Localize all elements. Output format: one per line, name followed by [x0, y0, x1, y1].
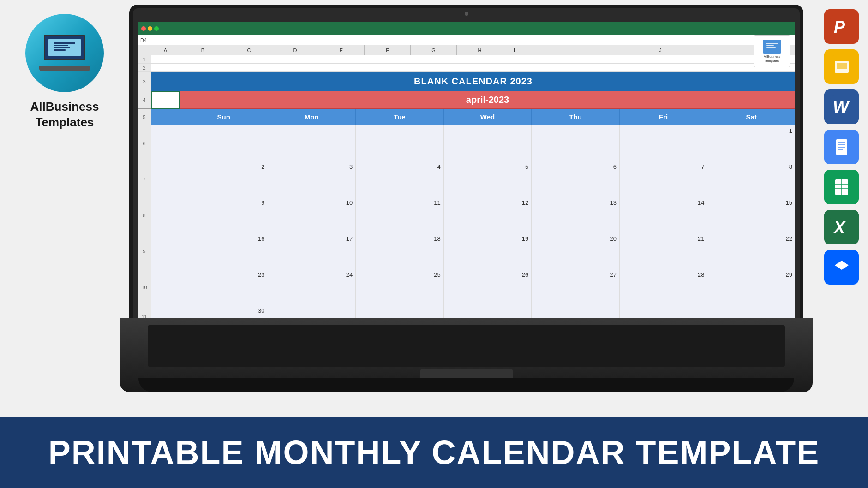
app-icons-panel: P W: [824, 9, 859, 285]
excel-app: D4 AllBusiness Tem: [138, 22, 795, 333]
excel-header-bar: [138, 22, 795, 35]
month-title-text: april-2023: [466, 95, 509, 105]
week5-sat[interactable]: 29: [707, 269, 795, 305]
brand-name-line2: Templates: [36, 115, 94, 129]
svg-text:W: W: [833, 98, 850, 117]
day-header-mon: Mon: [268, 109, 356, 125]
week-row-5: 10 23 24 25 26 27 28 29: [138, 269, 795, 305]
brand-name-line1: AllBusiness: [30, 100, 99, 113]
day-wed-label: Wed: [480, 113, 495, 121]
week4-sat[interactable]: 22: [707, 233, 795, 269]
week4-sun[interactable]: 16: [180, 233, 268, 269]
day-thu-label: Thu: [569, 113, 582, 121]
week2-fri[interactable]: 7: [620, 161, 708, 197]
svg-rect-1: [54, 45, 68, 46]
week4-tue[interactable]: 18: [356, 233, 444, 269]
row1: 1: [138, 55, 795, 64]
week4-wed[interactable]: 19: [444, 233, 532, 269]
col-header-c: C: [226, 45, 272, 55]
col-header-d: D: [272, 45, 318, 55]
week4-extra: [151, 233, 180, 269]
week2-mon[interactable]: 3: [268, 161, 356, 197]
window-close-dot[interactable]: [141, 26, 146, 31]
day-sat-label: Sat: [746, 113, 757, 121]
week-row-1: 6 1: [138, 125, 795, 161]
row8-num: 8: [138, 197, 151, 233]
week1-thu[interactable]: [532, 125, 620, 161]
week3-thu[interactable]: 13: [532, 197, 620, 233]
docs-icon[interactable]: [824, 130, 859, 164]
week-row-3: 8 9 10 11 12 13 14 15: [138, 197, 795, 233]
day-header-tue: Tue: [356, 109, 444, 125]
week5-fri[interactable]: 28: [620, 269, 708, 305]
col-header-b: B: [180, 45, 226, 55]
week1-extra: [151, 125, 180, 161]
spreadsheet-screen: D4 AllBusiness Tem: [138, 22, 795, 333]
week3-tue[interactable]: 11: [356, 197, 444, 233]
week1-fri[interactable]: [620, 125, 708, 161]
abt-logo-icon: [763, 40, 781, 54]
svg-text:P: P: [834, 18, 845, 36]
row1-content: [151, 55, 795, 64]
week2-sat[interactable]: 8: [707, 161, 795, 197]
week5-wed[interactable]: 26: [444, 269, 532, 305]
week5-sun[interactable]: 23: [180, 269, 268, 305]
laptop-logo-icon: [39, 35, 90, 71]
camera-dot: [465, 12, 468, 16]
week1-tue[interactable]: [356, 125, 444, 161]
brand-name: AllBusiness Templates: [30, 99, 99, 131]
day-fri-label: Fri: [659, 113, 668, 121]
calendar-title-text: BLANK CALENDAR 2023: [414, 76, 533, 87]
row7-num: 7: [138, 161, 151, 197]
week2-wed[interactable]: 5: [444, 161, 532, 197]
col-header-f: F: [365, 45, 411, 55]
week5-thu[interactable]: 27: [532, 269, 620, 305]
name-box[interactable]: D4: [140, 37, 168, 43]
slides-icon[interactable]: [824, 49, 859, 84]
month-header-cell: april-2023: [180, 91, 795, 109]
week5-mon[interactable]: 24: [268, 269, 356, 305]
week4-fri[interactable]: 21: [620, 233, 708, 269]
window-max-dot[interactable]: [154, 26, 159, 31]
col-header-a: A: [151, 45, 180, 55]
week5-tue[interactable]: 25: [356, 269, 444, 305]
week4-thu[interactable]: 20: [532, 233, 620, 269]
window-min-dot[interactable]: [148, 26, 152, 31]
row6-num: 6: [138, 125, 151, 161]
week3-sat[interactable]: 15: [707, 197, 795, 233]
month-header-row: 4 april-2023: [138, 91, 795, 109]
svg-rect-2: [54, 47, 70, 48]
week3-wed[interactable]: 12: [444, 197, 532, 233]
week3-fri[interactable]: 14: [620, 197, 708, 233]
week3-sun[interactable]: 9: [180, 197, 268, 233]
week1-sat[interactable]: 1: [707, 125, 795, 161]
week2-tue[interactable]: 4: [356, 161, 444, 197]
week1-sun[interactable]: [180, 125, 268, 161]
svg-rect-8: [837, 63, 847, 69]
word-icon[interactable]: W: [824, 89, 859, 124]
week2-thu[interactable]: 6: [532, 161, 620, 197]
svg-rect-15: [838, 147, 845, 148]
selected-cell-d4[interactable]: [151, 91, 180, 109]
week1-wed[interactable]: [444, 125, 532, 161]
excel-icon[interactable]: X: [824, 210, 859, 244]
brand-logo-area: AllBusiness Templates: [9, 14, 120, 131]
week3-mon[interactable]: 10: [268, 197, 356, 233]
bottom-banner-text: PRINTABLE MONTHLY CALENDAR TEMPLATE: [48, 434, 820, 471]
svg-rect-16: [838, 149, 843, 150]
allbusiness-logo-inscreen: AllBusiness Templates: [754, 35, 790, 67]
week2-sun[interactable]: 2: [180, 161, 268, 197]
logo-circle: [25, 14, 104, 92]
day-header-fri: Fri: [620, 109, 708, 125]
corner-cell: [138, 45, 151, 55]
svg-rect-27: [766, 43, 778, 44]
svg-rect-3: [54, 49, 66, 51]
dropbox-icon[interactable]: [824, 250, 859, 285]
row9-num: 9: [138, 233, 151, 269]
laptop-bottom-edge: [138, 378, 794, 392]
google-sheets-icon[interactable]: [824, 170, 859, 204]
svg-rect-0: [54, 42, 75, 44]
powerpoint-icon[interactable]: P: [824, 9, 859, 44]
week1-mon[interactable]: [268, 125, 356, 161]
week4-mon[interactable]: 17: [268, 233, 356, 269]
